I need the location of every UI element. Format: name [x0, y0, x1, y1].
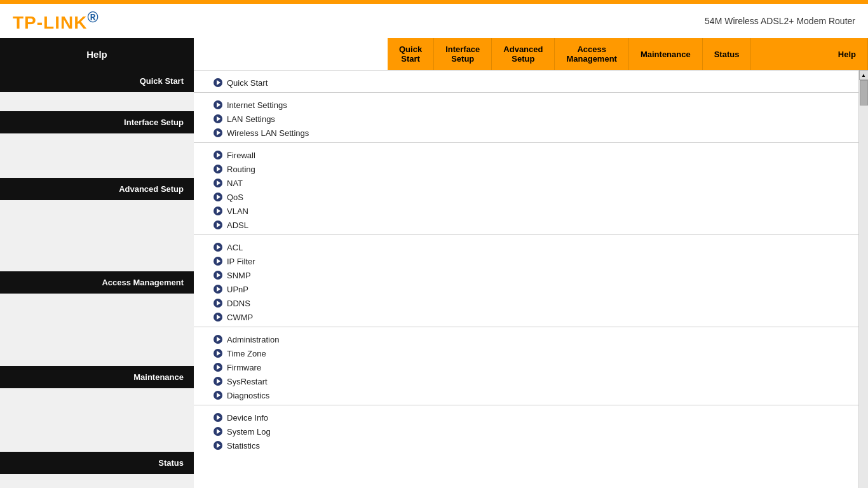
link-adsl[interactable]: ADSL — [194, 218, 858, 232]
main-layout: Quick Start Interface Setup Advanced Set… — [0, 70, 868, 488]
bullet-icon-statistics — [213, 440, 223, 451]
nav-help[interactable]: Help — [827, 38, 868, 70]
sidebar-item-maintenance[interactable]: Maintenance — [0, 366, 194, 388]
link-internet-settings[interactable]: Internet Settings — [194, 98, 858, 112]
help-label-block: Help — [0, 38, 194, 70]
link-upnp[interactable]: UPnP — [194, 282, 858, 296]
link-administration[interactable]: Administration — [194, 332, 858, 346]
device-name: 54M Wireless ADSL2+ Modem Router — [705, 16, 855, 26]
section-quick-start: Quick Start — [194, 71, 858, 92]
bullet-icon-lan — [213, 114, 223, 124]
header: TP-LINK® 54M Wireless ADSL2+ Modem Route… — [0, 4, 868, 38]
sidebar-item-access-management[interactable]: Access Management — [0, 271, 194, 294]
scrollbar[interactable]: ▲ ▼ — [858, 70, 868, 488]
sidebar-item-interface-setup[interactable]: Interface Setup — [0, 111, 194, 133]
section-access-management: ACL IP Filter SNMP — [194, 235, 858, 327]
nav-bar: QuickStart InterfaceSetup AdvancedSetup … — [388, 38, 868, 70]
link-routing[interactable]: Routing — [194, 162, 858, 176]
sidebar-body-quick-start — [0, 92, 194, 111]
bullet-icon-system-log — [213, 426, 223, 437]
bullet-icon-ip-filter — [213, 256, 223, 266]
logo-registered: ® — [87, 9, 98, 25]
link-system-log[interactable]: System Log — [194, 424, 858, 438]
link-diagnostics[interactable]: Diagnostics — [194, 388, 858, 402]
link-qos[interactable]: QoS — [194, 190, 858, 204]
link-wireless-lan-settings[interactable]: Wireless LAN Settings — [194, 126, 858, 140]
section-maintenance: Administration Time Zone Firmware — [194, 327, 858, 405]
logo: TP-LINK® — [13, 9, 99, 33]
sidebar-body-advanced-setup — [0, 200, 194, 271]
bullet-icon-firewall — [213, 150, 223, 160]
nav-access-management[interactable]: AccessManagement — [555, 38, 628, 70]
bullet-icon-adsl — [213, 220, 223, 230]
link-time-zone[interactable]: Time Zone — [194, 346, 858, 360]
sidebar-body-maintenance — [0, 388, 194, 452]
bullet-icon-sysrestart — [213, 376, 223, 386]
link-sysrestart[interactable]: SysRestart — [194, 374, 858, 388]
help-heading: Help — [0, 38, 194, 70]
bullet-icon-wlan — [213, 128, 223, 138]
nav-maintenance[interactable]: Maintenance — [629, 38, 703, 70]
scroll-thumb[interactable] — [860, 80, 868, 105]
bullet-icon-timezone — [213, 348, 223, 358]
scroll-track — [859, 80, 869, 488]
nav-interface-setup[interactable]: InterfaceSetup — [434, 38, 492, 70]
section-advanced-setup: Firewall Routing NAT — [194, 143, 858, 234]
sidebar-body-interface-setup — [0, 133, 194, 178]
logo-tp: TP-LINK — [13, 13, 87, 32]
section-interface-setup: Internet Settings LAN Settings Wireless … — [194, 93, 858, 142]
link-snmp[interactable]: SNMP — [194, 268, 858, 282]
bullet-icon-diagnostics — [213, 390, 223, 400]
nav-status[interactable]: Status — [703, 38, 752, 70]
sidebar-item-advanced-setup[interactable]: Advanced Setup — [0, 178, 194, 200]
bullet-icon-ddns — [213, 298, 223, 308]
bullet-icon-qos — [213, 192, 223, 202]
link-statistics[interactable]: Statistics — [194, 438, 858, 452]
bullet-icon-internet — [213, 100, 223, 110]
bullet-icon-device-info — [213, 412, 223, 423]
bullet-icon-snmp — [213, 270, 223, 280]
scroll-up-button[interactable]: ▲ — [859, 70, 869, 80]
bullet-icon-upnp — [213, 284, 223, 294]
bullet-icon-nat — [213, 178, 223, 188]
sidebar-item-status[interactable]: Status — [0, 452, 194, 474]
link-firmware[interactable]: Firmware — [194, 360, 858, 374]
content-area: Quick Start Internet Settings — [194, 70, 858, 488]
link-acl[interactable]: ACL — [194, 240, 858, 254]
link-nat[interactable]: NAT — [194, 176, 858, 190]
bullet-icon-cwmp — [213, 312, 223, 322]
bullet-icon-acl — [213, 242, 223, 252]
bullet-icon-qs — [213, 78, 223, 88]
bullet-icon-firmware — [213, 362, 223, 372]
sidebar: Quick Start Interface Setup Advanced Set… — [0, 70, 194, 488]
link-quick-start[interactable]: Quick Start — [194, 76, 858, 90]
link-device-info[interactable]: Device Info — [194, 410, 858, 424]
sidebar-body-status — [0, 474, 194, 488]
nav-advanced-setup[interactable]: AdvancedSetup — [492, 38, 555, 70]
link-cwmp[interactable]: CWMP — [194, 310, 858, 324]
link-vlan[interactable]: VLAN — [194, 204, 858, 218]
link-ddns[interactable]: DDNS — [194, 296, 858, 310]
section-status: Device Info System Log Statistics — [194, 405, 858, 455]
sidebar-body-access-management — [0, 294, 194, 366]
nav-row: Help QuickStart InterfaceSetup AdvancedS… — [0, 38, 868, 70]
sidebar-item-quick-start[interactable]: Quick Start — [0, 70, 194, 92]
bullet-icon-vlan — [213, 206, 223, 216]
bullet-icon-admin — [213, 334, 223, 344]
nav-quick-start[interactable]: QuickStart — [388, 38, 434, 70]
link-firewall[interactable]: Firewall — [194, 148, 858, 162]
link-lan-settings[interactable]: LAN Settings — [194, 112, 858, 126]
link-ip-filter[interactable]: IP Filter — [194, 254, 858, 268]
bullet-icon-routing — [213, 164, 223, 174]
